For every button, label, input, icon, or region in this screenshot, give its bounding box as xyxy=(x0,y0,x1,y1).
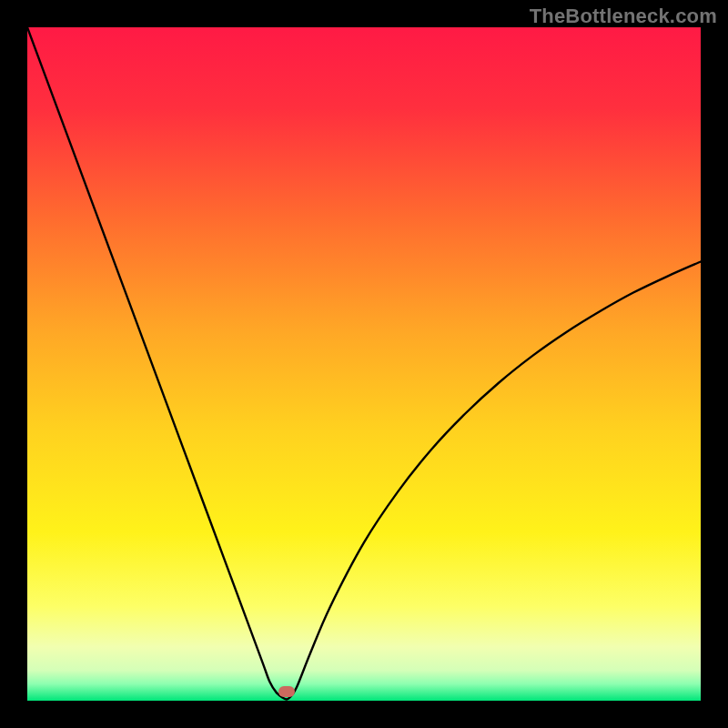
optimal-marker-icon xyxy=(278,686,295,697)
plot-area xyxy=(27,27,701,701)
curve-layer xyxy=(27,27,701,701)
bottleneck-curve xyxy=(27,27,701,700)
chart-frame: TheBottleneck.com xyxy=(0,0,728,728)
watermark-text: TheBottleneck.com xyxy=(530,5,717,28)
